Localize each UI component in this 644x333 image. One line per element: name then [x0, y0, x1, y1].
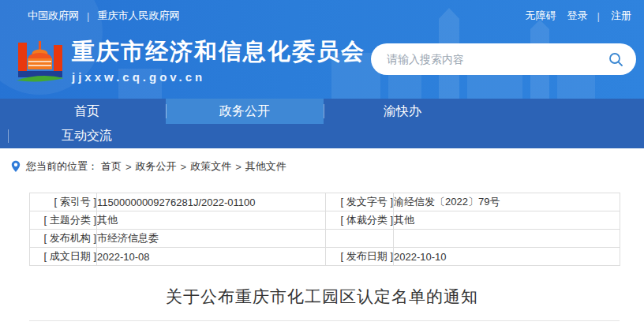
meta-value-doc-no: 渝经信发〔2022〕79号: [394, 193, 620, 211]
meta-value-genre: 其他: [394, 211, 620, 230]
topbar-divider: |: [597, 10, 600, 22]
breadcrumb-item-home[interactable]: 首页: [101, 159, 122, 174]
tab-home[interactable]: 首页: [8, 99, 166, 124]
location-pin-icon: [11, 160, 21, 173]
article-title: 关于公布重庆市化工园区认定名单的通知: [0, 286, 644, 308]
site-title: 重庆市经济和信息化委员会: [72, 35, 365, 68]
table-row: [ 发布机构 ] 市经济信息委: [30, 230, 620, 248]
accessibility-link[interactable]: 无障碍: [526, 9, 556, 23]
meta-label-issuer: [ 发布机构 ]: [30, 230, 97, 248]
meta-label-publish-date: [ 发布日期 ]: [326, 248, 394, 266]
breadcrumb-separator: >: [235, 161, 242, 173]
site-brand[interactable]: 重庆市经济和信息化委员会 jjxxw.cq.gov.cn: [16, 35, 365, 90]
meta-label-genre: [ 体裁分类 ]: [326, 211, 394, 230]
tab-gov-affairs[interactable]: 政务公开: [166, 99, 324, 124]
meta-value-empty: [394, 230, 620, 248]
register-link[interactable]: 注册: [611, 9, 631, 23]
meta-value-issuer: 市经济信息委: [97, 230, 326, 248]
cq-gov-link[interactable]: 重庆市人民政府网: [97, 9, 179, 23]
meta-label-written-date: [ 成文日期 ]: [30, 248, 97, 266]
breadcrumb-separator: >: [125, 161, 132, 173]
breadcrumb-item-other-docs[interactable]: 其他文件: [245, 159, 286, 174]
site-url: jjxxw.cq.gov.cn: [72, 70, 365, 84]
skyline-building: [557, 72, 595, 99]
topbar-divider: |: [87, 10, 89, 22]
meta-value-publish-date: 2022-10-10: [394, 248, 620, 266]
site-header: 中国政府网 | 重庆市人民政府网 无障碍 登录 | 注册: [0, 0, 644, 99]
title-divider: [29, 320, 620, 321]
meta-label-empty: [326, 230, 394, 248]
breadcrumb-item-gov-affairs[interactable]: 政务公开: [136, 159, 177, 174]
site-logo-icon: [16, 35, 65, 90]
meta-value-index-no: 11500000009276281J/2022-01100: [97, 193, 326, 211]
doc-meta-table: [ 索引号 ] 11500000009276281J/2022-01100 [ …: [29, 193, 620, 266]
search-icon[interactable]: [608, 52, 623, 67]
table-row: [ 索引号 ] 11500000009276281J/2022-01100 [ …: [30, 193, 620, 211]
search-input[interactable]: [387, 53, 608, 65]
meta-value-written-date: 2022-10-08: [97, 248, 326, 266]
govcn-link[interactable]: 中国政府网: [28, 9, 79, 23]
meta-label-subject: [ 主题分类 ]: [30, 211, 97, 230]
meta-value-subject: 其他: [97, 211, 326, 230]
meta-label-index-no: [ 索引号 ]: [30, 193, 97, 211]
login-link[interactable]: 登录: [567, 9, 588, 23]
main-nav: 首页 政务公开 渝快办 互动交流: [0, 99, 644, 148]
table-row: [ 成文日期 ] 2022-10-08 [ 发布日期 ] 2022-10-10: [30, 248, 620, 266]
tab-interaction[interactable]: 互动交流: [8, 124, 166, 148]
table-row: [ 主题分类 ] 其他 [ 体裁分类 ] 其他: [30, 211, 620, 230]
breadcrumb-prefix: 您当前的位置：: [26, 159, 98, 174]
breadcrumb-item-policy-docs[interactable]: 政策文件: [190, 159, 231, 174]
search-box: [371, 43, 636, 75]
tab-yukuaiban[interactable]: 渝快办: [324, 99, 481, 124]
meta-label-doc-no: [ 发文字号 ]: [326, 193, 394, 211]
breadcrumb: 您当前的位置： 首页 > 政务公开 > 政策文件 > 其他文件: [0, 148, 644, 175]
breadcrumb-separator: >: [181, 161, 187, 173]
top-bar: 中国政府网 | 重庆市人民政府网 无障碍 登录 | 注册: [0, 0, 644, 23]
